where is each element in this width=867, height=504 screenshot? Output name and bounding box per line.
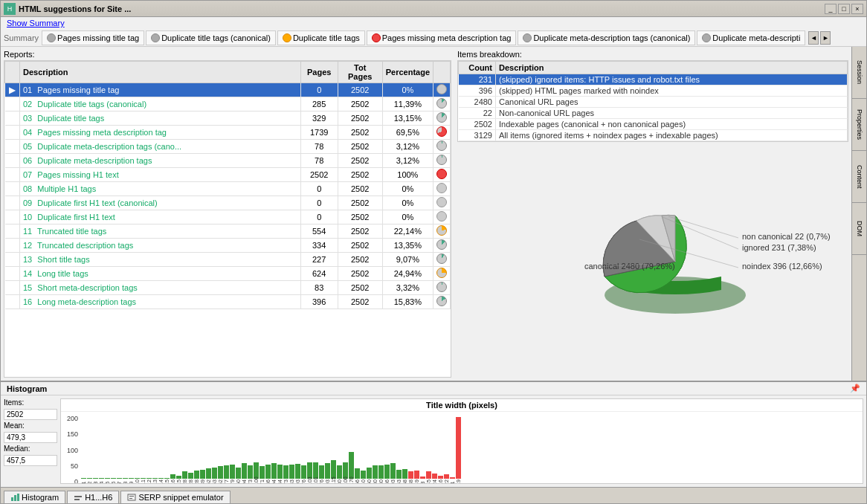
- tab-dup-meta-canonical[interactable]: Duplicate meta-description tags (canonic…: [518, 30, 695, 45]
- app-icon: H: [4, 3, 16, 15]
- row-num-desc: 02 Duplicate title tags (canonical): [20, 97, 301, 112]
- tab-icon-gray-1: [47, 33, 56, 42]
- row-tot-pages: 2502: [338, 281, 382, 295]
- tabs-bar: Summary Pages missing title tag Duplicat…: [1, 29, 866, 47]
- row-pages: 0: [300, 83, 338, 97]
- svg-rect-5: [11, 497, 13, 501]
- breakdown-row[interactable]: 3129 All items (ignored items + noindex …: [459, 130, 848, 141]
- reports-label: Reports:: [4, 50, 451, 59]
- breakdown-row[interactable]: 22 Non-canonical URL pages: [459, 108, 848, 119]
- table-row[interactable]: 02 Duplicate title tags (canonical) 285 …: [5, 97, 451, 112]
- table-row[interactable]: ▶ 01 Pages missing title tag 0 2502 0%: [5, 83, 451, 97]
- bar-wrap: 5: [105, 478, 110, 484]
- bar-label: 15: [164, 480, 170, 484]
- tab-dup-title-canonical[interactable]: Duplicate title tags (canonical): [146, 30, 276, 45]
- bar-label: 3: [420, 480, 425, 484]
- close-button[interactable]: ×: [851, 4, 863, 14]
- y-axis: 200 150 100 50 0: [61, 412, 80, 484]
- bar-wrap: 49: [414, 471, 419, 484]
- bar-wrap: 8: [123, 478, 128, 484]
- row-icon-cell: [434, 168, 451, 182]
- bar-wrap: 15: [164, 478, 170, 484]
- bar-wrap: 22: [444, 474, 449, 484]
- bar-wrap: 3: [420, 476, 425, 484]
- row-pct: 15,83%: [382, 295, 433, 309]
- bar-wrap: 38: [408, 471, 413, 484]
- table-row[interactable]: 09 Duplicate first H1 text (canonical) 0…: [5, 196, 451, 210]
- table-row[interactable]: 10 Duplicate first H1 text 0 2502 0%: [5, 210, 451, 224]
- table-row[interactable]: 11 Truncated title tags 554 2502 22,14%: [5, 224, 451, 239]
- table-row[interactable]: 16 Long meta-description tags 396 2502 1…: [5, 295, 451, 309]
- bar-wrap: 94: [271, 463, 277, 484]
- show-summary-link[interactable]: Show Summary: [7, 19, 65, 28]
- row-num-desc: 03 Duplicate title tags: [20, 112, 301, 126]
- bar-label: 86: [265, 480, 271, 484]
- table-row[interactable]: 12 Truncated description tags 334 2502 1…: [5, 239, 451, 253]
- svg-rect-12: [129, 498, 132, 499]
- breakdown-row[interactable]: 396 (skipped) HTML pages marked with noi…: [459, 85, 848, 97]
- bar-wrap: 56: [355, 468, 360, 484]
- breakdown-row[interactable]: 2502 Indexable pages (canonical + non ca…: [459, 119, 848, 130]
- table-row[interactable]: 08 Multiple H1 tags 0 2502 0%: [5, 182, 451, 196]
- row-pct: 3,12%: [382, 154, 433, 168]
- table-row[interactable]: 06 Duplicate meta-description tags 78 25…: [5, 154, 451, 168]
- tab-histogram[interactable]: Histogram: [4, 491, 65, 503]
- sidebar-properties[interactable]: Properties: [852, 99, 866, 151]
- sidebar-dom[interactable]: DOM: [852, 203, 866, 255]
- row-pct: 0%: [382, 196, 433, 210]
- table-row[interactable]: 05 Duplicate meta-description tags (cano…: [5, 140, 451, 154]
- sidebar-session[interactable]: Session: [852, 47, 866, 99]
- bar-label: 94: [271, 480, 277, 484]
- tab-missing-meta[interactable]: Pages missing meta description tag: [367, 30, 517, 45]
- sidebar-content[interactable]: Content: [852, 151, 866, 203]
- row-pct: 0%: [382, 83, 433, 97]
- minimize-button[interactable]: _: [825, 4, 837, 14]
- table-row[interactable]: 03 Duplicate title tags 329 2502 13,15%: [5, 112, 451, 126]
- reports-table-container[interactable]: Description Pages Tot Pages Percentage ▶…: [4, 60, 451, 378]
- breakdown-row[interactable]: 2480 Canonical URL pages: [459, 97, 848, 108]
- median-label: Median:: [4, 445, 57, 453]
- breakdown-table-container[interactable]: Count Description 231 (skipped) ignored …: [457, 60, 848, 142]
- tab-dup-meta[interactable]: Duplicate meta-descripti: [697, 30, 805, 45]
- histogram-bar: [129, 478, 134, 479]
- breakdown-row[interactable]: 231 (skipped) ignored items: HTTP issues…: [459, 74, 848, 85]
- bar-label: 28: [188, 480, 193, 484]
- tab-icon-gray-3: [523, 33, 532, 42]
- table-row[interactable]: 07 Pages missing H1 text 2502 2502 100%: [5, 168, 451, 182]
- tab-h1h6[interactable]: H1...H6: [67, 491, 119, 503]
- row-pages: 554: [300, 224, 338, 239]
- row-pages: 624: [300, 267, 338, 281]
- row-icon-cell: [434, 267, 451, 281]
- table-row[interactable]: 13 Short title tags 227 2502 9,07%: [5, 253, 451, 267]
- tab-nav-left[interactable]: ◄: [808, 31, 819, 45]
- maximize-button[interactable]: □: [838, 4, 850, 14]
- svg-rect-7: [17, 494, 19, 501]
- bar-wrap: 9: [129, 478, 134, 484]
- histogram-bar: [158, 478, 164, 479]
- bar-label: 11: [141, 480, 146, 484]
- row-indicator: [5, 97, 20, 112]
- row-num-desc: 14 Long title tags: [20, 267, 301, 281]
- bar-label: 24: [432, 480, 437, 484]
- bd-count: 2480: [459, 97, 496, 108]
- row-pct: 24,94%: [382, 267, 433, 281]
- tab-nav-right[interactable]: ►: [820, 31, 831, 45]
- tab-serp[interactable]: SERP snippet emulator: [120, 491, 230, 503]
- bar-label: 62: [218, 480, 223, 484]
- bar-label: 40: [361, 480, 366, 484]
- bar-wrap: 83: [289, 465, 294, 484]
- table-row[interactable]: 14 Long title tags 624 2502 24,94%: [5, 267, 451, 281]
- col-indicator: [5, 62, 20, 83]
- bar-wrap: 2: [87, 478, 92, 484]
- table-row[interactable]: 04 Pages missing meta description tag 17…: [5, 126, 451, 140]
- table-row[interactable]: 15 Short meta-description tags 83 2502 3…: [5, 281, 451, 295]
- bar-wrap: 13: [152, 478, 158, 484]
- bars-area: 1234567891011121314151615282828395253627…: [80, 412, 863, 484]
- bar-wrap: 7: [117, 478, 122, 484]
- bar-label: 93: [325, 480, 330, 484]
- tab-pages-missing-title[interactable]: Pages missing title tag: [42, 30, 144, 45]
- bar-wrap: 79: [230, 465, 235, 484]
- row-tot-pages: 2502: [338, 168, 382, 182]
- tab-dup-title[interactable]: Duplicate title tags: [277, 30, 365, 45]
- pie-label-canonical: canonical 2480 (79,26%): [584, 262, 675, 271]
